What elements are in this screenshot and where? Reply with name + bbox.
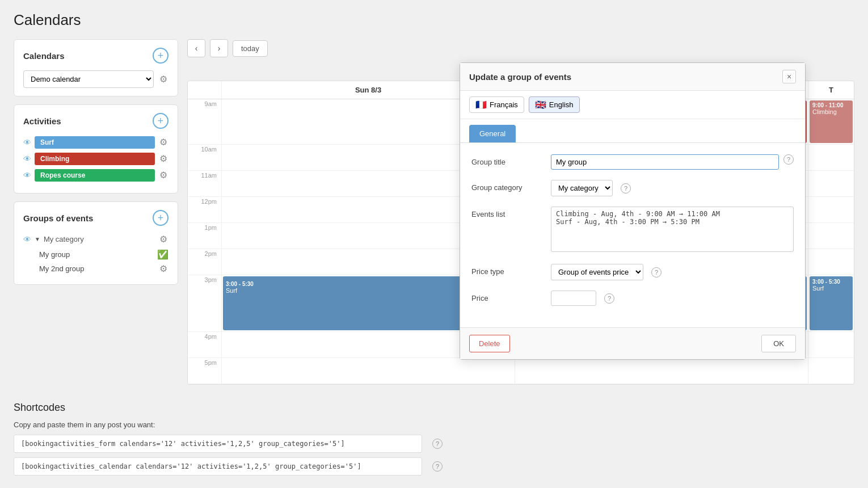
category-row: 👁 ▼ My category ⚙ bbox=[23, 233, 168, 246]
group-category-select[interactable]: My category bbox=[551, 180, 613, 196]
events-list-textarea[interactable]: Climbing - Aug, 4th - 9:00 AM → 11:00 AM… bbox=[551, 207, 794, 252]
activity-surf-row: 👁 Surf ⚙ bbox=[23, 136, 168, 149]
calendars-card: Calendars + Demo calendar ⚙ bbox=[14, 39, 178, 96]
activity-gear-climbing[interactable]: ⚙ bbox=[158, 152, 168, 165]
shortcodes-description: Copy and paste them in any post you want… bbox=[14, 420, 854, 429]
activity-gear-ropes[interactable]: ⚙ bbox=[158, 169, 168, 182]
add-calendar-button[interactable]: + bbox=[153, 48, 168, 64]
time-3pm: 3pm bbox=[188, 275, 222, 331]
activity-gear-surf[interactable]: ⚙ bbox=[158, 136, 168, 149]
ok-button[interactable]: OK bbox=[761, 335, 796, 352]
next-button[interactable]: › bbox=[210, 39, 228, 57]
cell-tue-2pm bbox=[808, 249, 854, 275]
dialog-header: Update a group of events × bbox=[460, 63, 805, 91]
lang-label-en: English bbox=[549, 100, 574, 109]
group-title-input[interactable] bbox=[551, 154, 779, 170]
shortcode-row-1: [bookingactivities_form calendars='12' a… bbox=[14, 435, 854, 453]
dialog-close-button[interactable]: × bbox=[782, 70, 796, 83]
flag-en: 🇬🇧 bbox=[535, 99, 546, 110]
shortcode-help-2[interactable]: ? bbox=[432, 461, 443, 472]
form-row-events-list: Events list Climbing - Aug, 4th - 9:00 A… bbox=[471, 207, 794, 254]
update-group-dialog: Update a group of events × 🇫🇷 Français 🇬… bbox=[460, 62, 806, 360]
form-row-price-type: Price type Group of events price ? bbox=[471, 264, 794, 280]
events-list-control: Climbing - Aug, 4th - 9:00 AM → 11:00 AM… bbox=[551, 207, 794, 254]
event-surf-sun-time: 3:00 - 5:30 bbox=[226, 281, 254, 287]
lang-btn-fr[interactable]: 🇫🇷 Français bbox=[469, 96, 524, 113]
time-10am: 10am bbox=[188, 145, 222, 170]
eye-icon-category[interactable]: 👁 bbox=[23, 235, 31, 244]
calendar-gear-button[interactable]: ⚙ bbox=[158, 73, 168, 86]
group-check-icon: ✅ bbox=[157, 249, 168, 260]
price-label: Price bbox=[471, 291, 551, 302]
price-help[interactable]: ? bbox=[604, 293, 614, 304]
price-type-label: Price type bbox=[471, 264, 551, 276]
time-4pm: 4pm bbox=[188, 332, 222, 357]
event-climbing-tue-name: Climbing bbox=[812, 108, 850, 115]
calendar-select[interactable]: Demo calendar bbox=[23, 70, 154, 88]
groups-section: 👁 ▼ My category ⚙ My group ✅ My 2nd grou… bbox=[23, 233, 168, 276]
groups-card: Groups of events + 👁 ▼ My category ⚙ My … bbox=[14, 201, 178, 285]
event-surf-tue[interactable]: 3:00 - 5:30 Surf bbox=[810, 276, 853, 330]
cell-tue-1pm bbox=[808, 223, 854, 249]
shortcode-help-1[interactable]: ? bbox=[432, 439, 443, 449]
activity-climbing-row: 👁 Climbing ⚙ bbox=[23, 152, 168, 165]
event-climbing-tue[interactable]: 9:00 - 11:00 Climbing bbox=[810, 100, 853, 143]
lang-label-fr: Français bbox=[490, 100, 518, 109]
dialog-language-bar: 🇫🇷 Français 🇬🇧 English bbox=[460, 91, 805, 119]
group-category-control: My category ? bbox=[551, 180, 794, 196]
group-title-help[interactable]: ? bbox=[783, 154, 794, 165]
activities-card: Activities + 👁 Surf ⚙ 👁 Climbing ⚙ 👁 Rop… bbox=[14, 104, 178, 193]
dialog-tabs: General bbox=[460, 119, 805, 143]
group-item-my-group: My group ✅ bbox=[23, 248, 168, 261]
delete-button[interactable]: Delete bbox=[469, 335, 510, 352]
activity-badge-surf: Surf bbox=[35, 136, 155, 149]
dialog-title: Update a group of events bbox=[469, 72, 571, 82]
price-control: ? bbox=[551, 291, 794, 306]
row-5pm: 5pm bbox=[188, 358, 854, 384]
cell-tue-12pm bbox=[808, 197, 854, 222]
shortcode-code-2[interactable]: [bookingactivities_calendar calendars='1… bbox=[14, 457, 422, 476]
eye-icon-ropes[interactable]: 👁 bbox=[23, 171, 31, 180]
events-list-label: Events list bbox=[471, 207, 551, 218]
add-group-button[interactable]: + bbox=[153, 210, 168, 226]
form-row-group-title: Group title ? bbox=[471, 154, 794, 170]
price-type-control: Group of events price ? bbox=[551, 264, 794, 280]
lang-btn-en[interactable]: 🇬🇧 English bbox=[529, 96, 580, 113]
time-2pm: 2pm bbox=[188, 249, 222, 275]
cell-tue-5pm bbox=[808, 358, 854, 384]
group-gear-2nd[interactable]: ⚙ bbox=[158, 262, 168, 275]
cell-tue-11am bbox=[808, 171, 854, 196]
shortcode-row-2: [bookingactivities_calendar calendars='1… bbox=[14, 457, 854, 476]
price-input[interactable] bbox=[551, 291, 596, 306]
group-name-my-group: My group bbox=[39, 250, 70, 259]
cell-tue-3pm: 3:00 - 5:30 Surf bbox=[808, 275, 854, 331]
cell-sun-5pm bbox=[222, 358, 515, 384]
page-title: Calendars bbox=[14, 11, 854, 29]
time-9am: 9am bbox=[188, 99, 222, 144]
add-activity-button[interactable]: + bbox=[153, 113, 168, 129]
cell-tue-9am: 9:00 - 11:00 Climbing bbox=[808, 99, 854, 144]
cell-tue-10am bbox=[808, 145, 854, 170]
price-type-select[interactable]: Group of events price bbox=[551, 264, 643, 280]
eye-icon-surf[interactable]: 👁 bbox=[23, 138, 31, 147]
shortcode-code-1[interactable]: [bookingactivities_form calendars='12' a… bbox=[14, 435, 422, 453]
group-category-label: Group category bbox=[471, 180, 551, 192]
today-button[interactable]: today bbox=[233, 40, 268, 57]
event-climbing-tue-time: 9:00 - 11:00 bbox=[812, 102, 850, 108]
activity-ropes-row: 👁 Ropes course ⚙ bbox=[23, 169, 168, 182]
event-surf-tue-time: 3:00 - 5:30 bbox=[812, 279, 850, 285]
prev-button[interactable]: ‹ bbox=[187, 39, 205, 57]
dialog-footer: Delete OK bbox=[460, 327, 805, 359]
group-title-control bbox=[551, 154, 779, 170]
time-1pm: 1pm bbox=[188, 223, 222, 249]
price-type-help[interactable]: ? bbox=[651, 267, 661, 277]
triangle-icon: ▼ bbox=[35, 236, 40, 242]
header-tue: T bbox=[808, 81, 854, 99]
event-surf-sun-name: Surf bbox=[226, 287, 254, 294]
group-item-2nd-group: My 2nd group ⚙ bbox=[23, 261, 168, 276]
category-gear-button[interactable]: ⚙ bbox=[158, 233, 168, 246]
groups-card-title: Groups of events bbox=[23, 213, 93, 223]
group-category-help[interactable]: ? bbox=[621, 183, 631, 193]
eye-icon-climbing[interactable]: 👁 bbox=[23, 154, 31, 163]
tab-general[interactable]: General bbox=[469, 125, 516, 142]
